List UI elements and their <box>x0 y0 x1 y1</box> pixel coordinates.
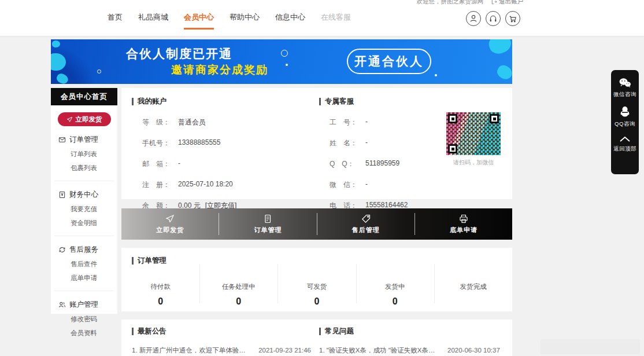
order-stats-title: 订单管理 <box>132 256 166 266</box>
sidebar-item-fund-details[interactable]: 资金明细 <box>51 219 117 227</box>
account-row-level: 等 级：普通会员 <box>132 118 305 127</box>
chevron-up-icon <box>619 135 631 142</box>
sidebar-item-package-list[interactable]: 包裹列表 <box>51 164 117 173</box>
nav-member-center[interactable]: 会员中心 <box>184 12 214 30</box>
logout-button[interactable]: 退出账户 <box>491 0 523 6</box>
wechat-consult[interactable]: 微信咨询 <box>613 78 636 98</box>
top-header: 欢迎您，拼图之家货源网 退出账户 首页 礼品商城 会员中心 帮助中心 信息中心 … <box>0 0 644 36</box>
sidebar-item-order-list[interactable]: 订单列表 <box>51 150 117 159</box>
sidebar-group-orders: 订单管理 订单列表 包裹列表 <box>51 126 117 173</box>
sidebar-item-aftersale-service[interactable]: 售后服务 <box>51 245 117 255</box>
sidebar-header[interactable]: 会员中心首页 <box>51 88 117 105</box>
banner-decor-ring <box>281 50 288 57</box>
qq-consult[interactable]: QQ咨询 <box>615 106 635 128</box>
sidebar-item-order-management[interactable]: 订单管理 <box>51 135 117 145</box>
sidebar-item-recharge[interactable]: 我要充值 <box>51 205 117 214</box>
order-icon <box>263 214 272 223</box>
send-icon <box>165 214 175 223</box>
stat-pending-payment: 待付款 0 <box>121 273 199 311</box>
service-section: 专属客服 工 号：- 姓 名：- Q Q：511895959 微 信：- 电 话… <box>319 97 441 211</box>
banner-decor-blob <box>52 41 60 47</box>
notice-section: 最新公告 1. 新开通广州中通仓，欢迎下单体验优质... 2021-09-23 … <box>132 326 311 355</box>
toolbar-receipt-apply[interactable]: 底单申请 <box>415 208 512 240</box>
quick-actions-toolbar: 立即发货 订单管理 售后管理 <box>121 208 512 240</box>
bottom-right-panel <box>541 339 640 354</box>
send-icon <box>66 116 73 123</box>
banner-decor-ring <box>97 69 101 74</box>
nav-online-service[interactable]: 在线客服 <box>321 12 351 30</box>
nav-home[interactable]: 首页 <box>108 12 123 30</box>
stat-shipping: 发货中 0 <box>356 273 434 311</box>
nav-info-center[interactable]: 信息中心 <box>275 12 305 30</box>
mail-icon <box>58 136 66 144</box>
wechat-qr-code <box>446 112 501 155</box>
account-row-registered: 注 册：2025-07-10 18:20 <box>132 180 305 190</box>
sidebar-group-finance: 财务中心 我要充值 资金明细 <box>51 181 117 227</box>
stat-ready-to-ship: 可发货 0 <box>277 273 356 311</box>
sidebar-item-account-management[interactable]: 账户管理 <box>51 300 117 310</box>
service-row-qq: Q Q：511895959 <box>319 159 441 169</box>
stat-task-processing: 任务处理中 0 <box>199 273 277 311</box>
notice-link[interactable]: 1. 新开通广州中通仓，欢迎下单体验优质... <box>132 346 250 355</box>
sidebar-item-receipt-apply[interactable]: 底单申请 <box>51 274 117 282</box>
my-account-section: 我的账户 等 级：普通会员 手机号：13388885555 邮 箱：- 注 册：… <box>132 97 305 211</box>
sidebar-item-finance-center[interactable]: 财务中心 <box>51 190 117 200</box>
print-icon <box>459 214 468 223</box>
back-to-top[interactable]: 返回顶部 <box>613 135 636 153</box>
faq-section: 常见问题 1. "验证失败X条，成功 "验证失败X条，成... 2020-06-… <box>319 326 504 355</box>
stats-row: 待付款 0 任务处理中 0 可发货 0 发货中 0 发货完成 <box>121 273 512 311</box>
main-nav: 首页 礼品商城 会员中心 帮助中心 信息中心 在线客服 <box>108 12 351 30</box>
faq-title: 常见问题 <box>319 326 504 336</box>
account-icon <box>58 301 66 309</box>
logout-icon <box>491 0 497 5</box>
banner-subtitle: 邀请商家分成奖励 <box>171 63 268 78</box>
banner-decor-dot <box>435 74 437 76</box>
open-partner-button[interactable]: 开通合伙人 <box>347 49 431 74</box>
notice-item: 1. 新开通广州中通仓，欢迎下单体验优质... 2021-09-23 21:46 <box>132 346 311 355</box>
stat-shipped: 发货完成 <box>434 273 512 311</box>
sidebar-item-aftersale-check[interactable]: 售后查件 <box>51 260 117 269</box>
service-row-worknum: 工 号：- <box>319 118 441 127</box>
sidebar: 立即发货 订单管理 订单列表 包裹列表 <box>51 105 117 314</box>
finance-icon <box>58 191 66 199</box>
sidebar-item-change-password[interactable]: 修改密码 <box>51 315 117 324</box>
toolbar-aftersale-management[interactable]: 售后管理 <box>317 208 414 240</box>
page: 欢迎您，拼图之家货源网 退出账户 首页 礼品商城 会员中心 帮助中心 信息中心 … <box>0 0 644 356</box>
ship-now-button[interactable]: 立即发货 <box>58 112 111 126</box>
faq-date: 2020-06-30 10:37 <box>447 347 500 354</box>
tag-icon <box>361 214 371 223</box>
order-stats-card: 订单管理 待付款 0 任务处理中 0 可发货 0 发货中 0 发货完成 <box>121 248 512 311</box>
account-row-email: 邮 箱：- <box>132 159 305 169</box>
welcome-bar: 欢迎您，拼图之家货源网 退出账户 <box>417 0 524 6</box>
cart-icon[interactable] <box>505 11 520 26</box>
service-row-name: 姓 名：- <box>319 138 441 148</box>
sidebar-group-aftersale: 售后服务 售后查件 底单申请 <box>51 236 117 282</box>
toolbar-ship-now[interactable]: 立即发货 <box>121 208 219 240</box>
sidebar-item-member-profile[interactable]: 会员资料 <box>51 329 117 337</box>
news-card: 最新公告 1. 新开通广州中通仓，欢迎下单体验优质... 2021-09-23 … <box>121 320 512 356</box>
banner-decor-blob <box>487 39 512 56</box>
notice-title: 最新公告 <box>132 326 311 336</box>
sidebar-group-account: 账户管理 修改密码 会员资料 <box>51 291 117 337</box>
partner-banner[interactable]: 合伙人制度已开通 邀请商家分成奖励 开通合伙人 <box>51 39 512 84</box>
nav-help-center[interactable]: 帮助中心 <box>230 12 260 30</box>
faq-link[interactable]: 1. "验证失败X条，成功 "验证失败X条，成... <box>319 346 439 355</box>
account-row-mobile: 手机号：13388885555 <box>132 138 305 148</box>
wechat-icon <box>619 78 631 88</box>
headset-icon[interactable] <box>486 11 501 26</box>
welcome-text: 欢迎您，拼图之家货源网 <box>417 0 484 6</box>
my-account-title: 我的账户 <box>132 97 305 107</box>
banner-title: 合伙人制度已开通 <box>126 46 232 62</box>
nav-gift-mall[interactable]: 礼品商城 <box>138 12 168 30</box>
account-card: 我的账户 等 级：普通会员 手机号：13388885555 邮 箱：- 注 册：… <box>121 88 512 199</box>
service-row-wechat: 微 信：- <box>319 180 441 190</box>
header-icons <box>466 11 520 26</box>
floating-contact-bar: 微信咨询 QQ咨询 返回顶部 <box>611 70 639 174</box>
toolbar-order-management[interactable]: 订单管理 <box>219 208 316 240</box>
banner-decor-blob <box>51 53 66 71</box>
notice-date: 2021-09-23 21:46 <box>258 347 311 354</box>
qq-icon <box>620 106 630 118</box>
user-icon[interactable] <box>466 11 481 26</box>
service-title: 专属客服 <box>319 97 441 107</box>
banner-decor-blob <box>495 63 512 82</box>
